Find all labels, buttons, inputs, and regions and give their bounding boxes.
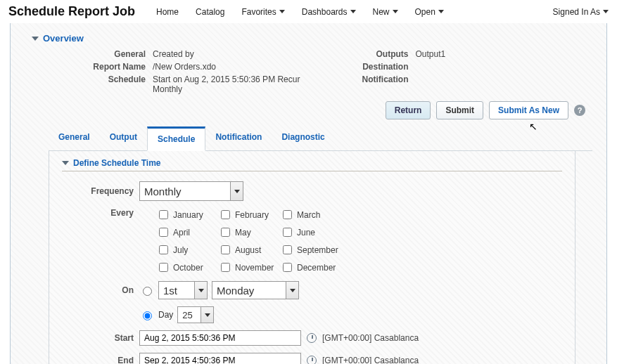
overview-label: Destination bbox=[334, 62, 412, 72]
tab-output[interactable]: Output bbox=[100, 126, 147, 150]
chevron-down-icon bbox=[438, 10, 444, 13]
on-ordinal-radio[interactable] bbox=[143, 287, 152, 296]
overview-value bbox=[416, 74, 593, 94]
month-checkbox[interactable]: April bbox=[156, 226, 218, 239]
chevron-down-icon bbox=[231, 181, 243, 201]
overview-value: /New Orders.xdo bbox=[153, 62, 330, 72]
overview-label: General bbox=[57, 49, 148, 59]
month-checkbox[interactable]: December bbox=[280, 261, 357, 274]
tab-diagnostic[interactable]: Diagnostic bbox=[272, 126, 334, 150]
frequency-label: Frequency bbox=[62, 186, 139, 196]
topnav: Home Catalog Favorites Dashboards New Op… bbox=[156, 7, 553, 17]
main-panel: Overview General Created by Outputs Outp… bbox=[10, 23, 607, 364]
ordinal-value: 1st bbox=[158, 281, 195, 299]
start-input[interactable] bbox=[139, 330, 301, 346]
nav-favorites[interactable]: Favorites bbox=[241, 7, 284, 17]
overview-grid: General Created by Outputs Output1 Repor… bbox=[57, 49, 592, 94]
month-checkbox[interactable]: October bbox=[156, 261, 218, 274]
overview-value bbox=[416, 62, 593, 72]
topbar: Schedule Report Job Home Catalog Favorit… bbox=[0, 0, 617, 23]
day-label: Day bbox=[158, 310, 173, 320]
end-label: End bbox=[62, 356, 139, 364]
overview-label: Outputs bbox=[334, 49, 412, 59]
overview-header[interactable]: Overview bbox=[32, 33, 592, 44]
overview-title: Overview bbox=[43, 33, 84, 44]
nav-home[interactable]: Home bbox=[156, 7, 179, 17]
page-title: Schedule Report Job bbox=[8, 4, 135, 19]
weekday-value: Monday bbox=[212, 281, 286, 299]
chevron-down-icon bbox=[279, 10, 285, 13]
start-label: Start bbox=[62, 333, 139, 343]
nav-dashboards[interactable]: Dashboards bbox=[302, 7, 356, 17]
month-checkbox[interactable]: August bbox=[218, 243, 280, 256]
day-select[interactable]: 25 bbox=[177, 306, 214, 323]
tab-general[interactable]: General bbox=[49, 126, 100, 150]
collapse-icon bbox=[32, 37, 39, 41]
month-checkbox[interactable]: September bbox=[280, 243, 357, 256]
overview-label: Report Name bbox=[57, 62, 148, 72]
every-label: Every bbox=[62, 208, 139, 218]
chevron-down-icon bbox=[603, 10, 609, 13]
chevron-down-icon bbox=[201, 306, 214, 323]
frequency-select[interactable]: Monthly bbox=[139, 181, 243, 201]
submit-as-new-button[interactable]: Submit As New bbox=[489, 101, 568, 119]
month-checkbox[interactable]: November bbox=[218, 261, 280, 274]
on-label: On bbox=[62, 285, 139, 295]
signed-in-menu[interactable]: Signed In As bbox=[553, 7, 609, 17]
schedule-card: Define Schedule Time Frequency Monthly E… bbox=[49, 151, 575, 364]
overview-value: Start on Aug 2, 2015 5:50:36 PM Recur Mo… bbox=[153, 74, 330, 94]
action-bar: Return Submit Submit As New ? ↖ bbox=[32, 101, 585, 119]
overview-label: Schedule bbox=[57, 74, 148, 94]
datetime-picker-icon[interactable] bbox=[307, 356, 317, 364]
tab-notification[interactable]: Notification bbox=[205, 126, 272, 150]
timezone-text: [GMT+00:00] Casablanca bbox=[322, 333, 419, 343]
month-checkbox[interactable]: January bbox=[156, 208, 218, 221]
timezone-text: [GMT+00:00] Casablanca bbox=[322, 356, 419, 364]
datetime-picker-icon[interactable] bbox=[307, 333, 317, 343]
overview-value: Output1 bbox=[416, 49, 593, 59]
section-title: Define Schedule Time bbox=[73, 158, 160, 168]
end-input[interactable] bbox=[139, 353, 301, 364]
chevron-down-icon bbox=[350, 10, 356, 13]
month-checkbox[interactable]: February bbox=[218, 208, 280, 221]
ordinal-select[interactable]: 1st bbox=[158, 281, 208, 299]
nav-new[interactable]: New bbox=[373, 7, 398, 17]
on-day-radio[interactable] bbox=[143, 311, 152, 320]
month-checkbox[interactable]: March bbox=[280, 208, 357, 221]
month-checkbox[interactable]: May bbox=[218, 226, 280, 239]
tabs: General Output Schedule Notification Dia… bbox=[49, 126, 592, 151]
return-button[interactable]: Return bbox=[386, 101, 431, 119]
month-checkbox[interactable]: June bbox=[280, 226, 357, 239]
submit-button[interactable]: Submit bbox=[436, 101, 483, 119]
nav-catalog[interactable]: Catalog bbox=[196, 7, 224, 17]
overview-label: Notification bbox=[334, 74, 412, 94]
chevron-down-icon bbox=[286, 281, 299, 299]
weekday-select[interactable]: Monday bbox=[212, 281, 299, 299]
collapse-icon bbox=[62, 161, 69, 165]
frequency-value: Monthly bbox=[139, 181, 231, 201]
tab-schedule[interactable]: Schedule bbox=[147, 126, 205, 151]
months-grid: January February March April May June Ju… bbox=[156, 208, 357, 274]
chevron-down-icon bbox=[195, 281, 208, 299]
overview-value: Created by bbox=[153, 49, 330, 59]
help-icon[interactable]: ? bbox=[574, 105, 585, 116]
chevron-down-icon bbox=[393, 10, 398, 13]
day-value: 25 bbox=[177, 306, 201, 323]
month-checkbox[interactable]: July bbox=[156, 243, 218, 256]
section-header[interactable]: Define Schedule Time bbox=[62, 158, 562, 171]
nav-open[interactable]: Open bbox=[415, 7, 444, 17]
